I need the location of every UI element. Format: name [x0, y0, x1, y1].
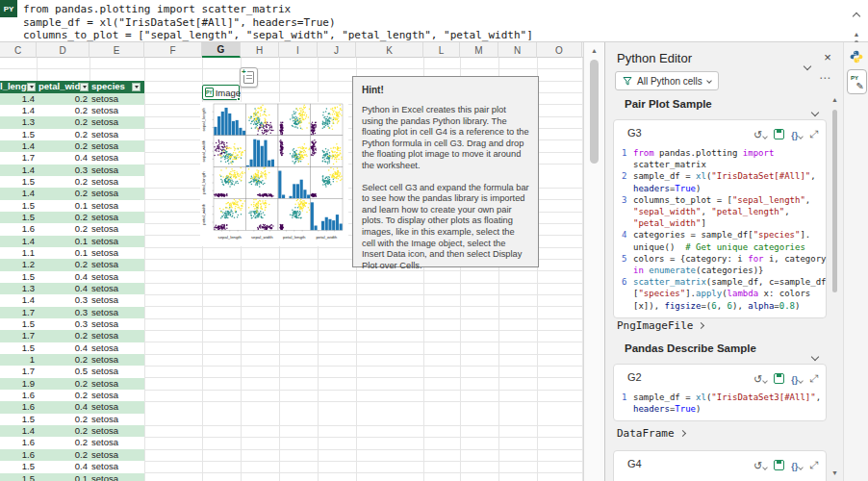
formula-line[interactable]: from pandas.plotting import scatter_matr… [23, 3, 533, 16]
table-cell[interactable]: 0.1 [37, 247, 88, 259]
output-g3[interactable]: PngImageFile [617, 319, 703, 332]
scrollbar-thumb[interactable] [590, 60, 599, 164]
column-header-F[interactable]: F [144, 42, 202, 58]
output-g2[interactable]: DataFrame [617, 427, 685, 440]
formula-line[interactable]: sample_df = xl("IrisDataSet[#All]", head… [23, 16, 533, 30]
table-cell[interactable]: 0.3 [37, 318, 88, 330]
python-editor-tab-button[interactable]: PY ✎ [847, 69, 867, 94]
table-cell[interactable]: setosa [91, 425, 118, 437]
column-header-L[interactable]: L [423, 42, 460, 58]
collapse-section-icon[interactable] [812, 346, 818, 364]
table-cell[interactable]: setosa [91, 461, 118, 472]
table-cell[interactable]: 1.4 [0, 294, 35, 306]
table-cell[interactable]: 0.2 [37, 414, 88, 425]
scroll-up-icon[interactable]: ▲ [831, 96, 838, 104]
pair-plot-image[interactable]: sepal_lengthsepal_lengthsepal_widthsepal… [200, 102, 348, 246]
table-cell[interactable]: 0.4 [37, 271, 88, 283]
insert-reference-icon[interactable]: {} [791, 456, 803, 473]
collapse-section-icon[interactable] [812, 102, 818, 119]
scroll-up-icon[interactable]: ▲ [584, 47, 604, 55]
column-header-N[interactable]: N [498, 42, 537, 58]
section-pandas-describe-sample[interactable]: Pandas Describe Sample [625, 342, 756, 354]
filter-dropdown-icon[interactable] [27, 83, 36, 91]
table-cell[interactable]: 0.2 [37, 129, 88, 140]
save-icon[interactable] [774, 460, 784, 470]
table-cell[interactable]: setosa [91, 223, 118, 235]
table-cell[interactable]: setosa [91, 318, 118, 330]
column-header-K[interactable]: K [356, 42, 423, 58]
table-cell[interactable]: 1.7 [0, 330, 35, 342]
table-cell[interactable]: 0.1 [37, 236, 88, 247]
table-cell[interactable]: 1.3 [0, 116, 35, 128]
table-cell[interactable]: setosa [91, 473, 118, 481]
column-header-C[interactable]: C [0, 42, 37, 58]
table-cell[interactable]: setosa [91, 330, 118, 342]
code-line[interactable]: 4categories = sample_df["species"]. [620, 229, 822, 240]
code-line[interactable]: "sepal_width", "petal_length", [620, 206, 822, 217]
table-cell[interactable]: 0.2 [37, 259, 88, 270]
code-line[interactable]: in enumerate(categories)} [620, 265, 822, 276]
table-cell[interactable]: 0.1 [37, 200, 88, 212]
more-options-icon[interactable]: ⋯ [819, 71, 831, 85]
table-cell[interactable]: 0.2 [37, 212, 88, 223]
table-cell[interactable]: 0.2 [37, 188, 88, 199]
table-cell[interactable]: 1.4 [0, 93, 35, 105]
code-line[interactable]: ["species"].apply(lambda x: colors [620, 288, 822, 299]
table-cell[interactable]: 0.2 [37, 105, 88, 116]
collapse-panel-icon[interactable] [804, 56, 810, 73]
code-line[interactable]: 2sample_df = xl("IrisDataSet[#All]", [620, 170, 822, 182]
undo-icon[interactable]: ↺ [753, 369, 767, 387]
table-cell[interactable]: 0.4 [37, 401, 88, 413]
expand-icon[interactable]: ⤢ [809, 372, 818, 385]
table-cell[interactable]: 1.7 [0, 307, 35, 318]
python-logo-icon[interactable] [850, 50, 863, 63]
table-cell[interactable]: setosa [91, 200, 118, 212]
table-cell[interactable]: 1.5 [0, 200, 35, 212]
table-cell[interactable]: 1.6 [0, 401, 35, 413]
table-cell[interactable]: setosa [91, 401, 118, 413]
table-cell[interactable]: 1.2 [0, 259, 35, 270]
table-cell[interactable]: setosa [91, 307, 118, 318]
insert-reference-icon[interactable]: {} [791, 125, 803, 142]
code-card-g2[interactable]: G2↺{}⤢1sample_df = xl("IrisDataSet3[#All… [613, 364, 827, 421]
formula-line[interactable]: columns_to_plot = ["sepal_length", "sepa… [23, 29, 533, 42]
table-cell[interactable]: 0.4 [37, 461, 88, 472]
table-cell[interactable]: setosa [91, 283, 118, 294]
collapse-formula-bar-icon[interactable] [849, 6, 864, 23]
table-cell[interactable]: 0.2 [37, 116, 88, 128]
table-cell[interactable]: 1.3 [0, 283, 35, 294]
column-header-O[interactable]: O [537, 42, 582, 58]
table-cell[interactable]: setosa [91, 129, 118, 140]
code-line[interactable]: headers=True) [620, 403, 822, 415]
filter-dropdown-icon[interactable] [132, 83, 140, 91]
table-cell[interactable]: 1.4 [0, 188, 35, 199]
undo-icon[interactable]: ↺ [753, 456, 767, 473]
table-cell[interactable]: 0.2 [37, 330, 88, 342]
table-cell[interactable]: 1.4 [0, 140, 35, 152]
table-cell[interactable]: 0.1 [37, 473, 88, 481]
table-cell[interactable]: 1.5 [0, 318, 35, 330]
table-cell[interactable]: 1.6 [0, 437, 35, 448]
table-cell[interactable]: 1.7 [0, 152, 35, 164]
worksheet-vertical-scrollbar[interactable]: ▲ [583, 42, 604, 481]
expand-icon[interactable]: ⤢ [809, 128, 818, 140]
code-line[interactable]: headers=True) [620, 183, 822, 194]
table-cell[interactable]: 0.2 [37, 354, 88, 366]
table-cell[interactable]: 0.2 [37, 437, 88, 448]
code-line[interactable]: 6scatter_matrix(sample_df, c=sample_df [620, 276, 822, 288]
table-cell[interactable]: 1.5 [0, 473, 35, 481]
python-cells-filter[interactable]: All Python cells [615, 71, 719, 90]
column-header-M[interactable]: M [460, 42, 498, 58]
table-cell[interactable]: 1.6 [0, 390, 35, 401]
table-cell[interactable]: setosa [91, 449, 118, 461]
table-cell[interactable]: setosa [91, 152, 118, 164]
table-cell[interactable]: 1.5 [0, 414, 35, 425]
code-editor[interactable]: 1from pandas.plotting importscatter_matr… [614, 145, 826, 317]
formula-bar[interactable]: PY from pandas.plotting import scatter_m… [0, 0, 868, 42]
table-cell[interactable]: setosa [91, 140, 118, 152]
column-header-G[interactable]: G [202, 42, 241, 58]
table-cell[interactable]: 0.2 [37, 449, 88, 461]
code-line[interactable]: unique() # Get unique categories [620, 241, 822, 253]
code-line[interactable]: scatter_matrix [620, 159, 822, 170]
table-cell[interactable]: setosa [91, 378, 118, 390]
